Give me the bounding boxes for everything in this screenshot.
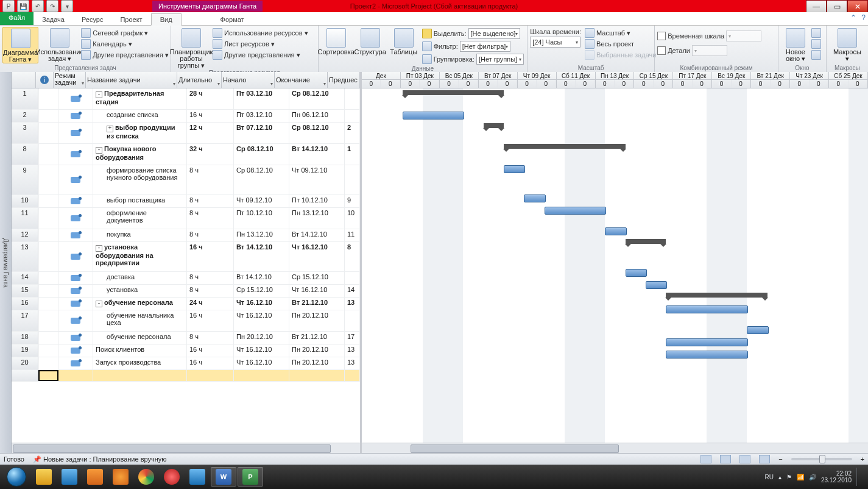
taskbar-firefox[interactable] bbox=[108, 468, 133, 486]
tray-up-icon[interactable]: ▴ bbox=[778, 474, 782, 480]
gantt-task-bar[interactable] bbox=[605, 227, 626, 235]
taskbar-chrome[interactable] bbox=[134, 468, 158, 486]
view-shortcut-usage-icon[interactable] bbox=[720, 455, 731, 463]
gantt-task-bar[interactable] bbox=[524, 195, 545, 202]
zoom-button[interactable]: Масштаб ▾ bbox=[585, 28, 656, 38]
timeline-day[interactable]: Пт 17 Дек00 bbox=[673, 72, 712, 88]
timeline-day[interactable]: Чт 23 Дек00 bbox=[790, 72, 829, 88]
ribbon-minimize-icon[interactable]: ⌃ bbox=[850, 13, 856, 22]
gantt-task-bar[interactable] bbox=[747, 326, 768, 334]
task-hscrollbar[interactable] bbox=[12, 443, 360, 454]
tab-resource[interactable]: Ресурс bbox=[73, 14, 111, 25]
gantt-chart-button[interactable]: Диаграмма Ганта ▾ bbox=[2, 27, 38, 63]
other-task-views-button[interactable]: Другие представления ▾ bbox=[81, 50, 169, 60]
view-bar[interactable]: Диаграмма Ганта bbox=[0, 72, 12, 454]
view-shortcut-gantt-icon[interactable] bbox=[700, 455, 711, 463]
table-row[interactable]: 8-Покупка нового оборудования32 чСр 08.1… bbox=[12, 144, 360, 165]
header-info[interactable]: i bbox=[36, 72, 54, 88]
table-row[interactable]: 17обучение начальника цеха16 чЧт 16.12.1… bbox=[12, 310, 360, 332]
table-row[interactable]: 1-Предварительная стадия28 чПт 03.12.10С… bbox=[12, 88, 360, 110]
gantt-summary-bar[interactable] bbox=[504, 144, 626, 149]
gantt-chart-area[interactable] bbox=[362, 88, 868, 443]
tray-flag-icon[interactable]: ⚑ bbox=[786, 474, 792, 480]
timescale-combo[interactable]: [24] Часы▾ bbox=[530, 37, 580, 48]
tab-task[interactable]: Задача bbox=[34, 14, 73, 25]
undo-icon[interactable]: ↶ bbox=[32, 0, 44, 12]
header-predecessors[interactable]: Предшес bbox=[328, 72, 360, 88]
macros-button[interactable]: Макросы▾ bbox=[832, 27, 863, 62]
table-row[interactable]: 9формирование списка нужного оборудовани… bbox=[12, 165, 360, 195]
timeline-day[interactable]: Вс 19 Дек00 bbox=[712, 72, 751, 88]
details-checkbox[interactable] bbox=[657, 46, 666, 55]
timeline-day[interactable]: Чт 09 Дек00 bbox=[518, 72, 557, 88]
resource-sheet-button[interactable]: Лист ресурсов ▾ bbox=[213, 39, 308, 49]
other-resource-views-button[interactable]: Другие представления ▾ bbox=[213, 50, 308, 60]
outline-toggle-icon[interactable]: + bbox=[107, 126, 113, 132]
header-rownum[interactable] bbox=[12, 72, 36, 88]
timeline-day[interactable]: Вт 07 Дек00 bbox=[479, 72, 518, 88]
taskbar-app[interactable] bbox=[185, 468, 210, 486]
tab-format[interactable]: Формат bbox=[212, 14, 253, 25]
table-row[interactable]: 3+выбор продукции из списка12 чВт 07.12.… bbox=[12, 123, 360, 144]
tray-clock[interactable]: 22:02 23.12.2010 bbox=[821, 470, 852, 484]
arrange-icon[interactable] bbox=[811, 39, 821, 49]
sort-button[interactable]: Сортировка bbox=[321, 27, 351, 55]
resource-usage-button[interactable]: Использование ресурсов ▾ bbox=[213, 28, 308, 38]
table-row[interactable]: 18обучение персонала8 чПн 20.12.10Вт 21.… bbox=[12, 332, 360, 344]
table-row[interactable] bbox=[12, 370, 360, 382]
timeline-checkbox[interactable] bbox=[657, 32, 666, 40]
table-row[interactable]: 20Запуск производства16 чЧт 16.12.10Пн 2… bbox=[12, 357, 360, 370]
filter-combo[interactable]: [Нет фильтра]▾ bbox=[460, 41, 511, 52]
tab-file[interactable]: Файл bbox=[0, 12, 34, 25]
tab-project[interactable]: Проект bbox=[111, 14, 150, 25]
table-row[interactable]: 2создание списка16 чПт 03.12.10Пн 06.12.… bbox=[12, 110, 360, 123]
taskbar-ie[interactable] bbox=[57, 468, 82, 486]
table-row[interactable]: 12покупка8 чПн 13.12.10Вт 14.12.1011 bbox=[12, 229, 360, 242]
table-row[interactable]: 15установка8 чСр 15.12.10Чт 16.12.1014 bbox=[12, 285, 360, 298]
new-window-button[interactable]: Новоеокно ▾ bbox=[783, 27, 808, 62]
zoom-slider[interactable] bbox=[791, 458, 852, 460]
timeline-day[interactable]: Сб 25 Дек00 bbox=[829, 72, 868, 88]
gantt-task-bar[interactable] bbox=[545, 207, 607, 215]
save-icon[interactable]: 💾 bbox=[17, 0, 29, 12]
taskbar-word[interactable]: W bbox=[211, 467, 236, 487]
network-diagram-button[interactable]: Сетевой график ▾ bbox=[81, 28, 169, 38]
switch-windows-icon[interactable] bbox=[811, 28, 821, 38]
gantt-task-bar[interactable] bbox=[646, 281, 667, 289]
taskbar-media[interactable] bbox=[83, 468, 107, 486]
outline-toggle-icon[interactable]: - bbox=[96, 245, 102, 252]
tray-lang[interactable]: RU bbox=[764, 474, 773, 480]
zoom-in-button[interactable]: + bbox=[861, 455, 864, 463]
show-desktop-button[interactable] bbox=[856, 468, 862, 486]
maximize-button[interactable]: ▭ bbox=[827, 0, 847, 13]
header-duration[interactable]: Длительно▾ bbox=[177, 72, 222, 88]
taskbar-opera[interactable] bbox=[160, 468, 184, 486]
timeline-day[interactable]: Вс 05 Дек00 bbox=[440, 72, 479, 88]
gantt-summary-bar[interactable] bbox=[666, 293, 767, 298]
header-finish[interactable]: Окончание▾ bbox=[275, 72, 328, 88]
timeline-day[interactable]: Пн 13 Дек00 bbox=[596, 72, 635, 88]
table-row[interactable]: 16-обучение персонала24 чЧт 16.12.10Вт 2… bbox=[12, 298, 360, 310]
app-icon[interactable]: P bbox=[2, 0, 15, 12]
timeline-day[interactable]: Вт 21 Дек00 bbox=[751, 72, 790, 88]
help-icon[interactable]: ? bbox=[861, 13, 866, 22]
view-shortcut-sheet-icon[interactable] bbox=[759, 455, 770, 463]
timeline-day[interactable]: Дек00 bbox=[362, 72, 401, 88]
gantt-task-bar[interactable] bbox=[666, 305, 748, 313]
gantt-task-bar[interactable] bbox=[666, 338, 748, 346]
minimize-button[interactable]: — bbox=[806, 0, 827, 13]
calendar-button[interactable]: Календарь ▾ bbox=[81, 39, 169, 49]
timeline-day[interactable]: Пт 03 Дек00 bbox=[401, 72, 440, 88]
highlight-combo[interactable]: [Не выделено]▾ bbox=[468, 28, 521, 39]
hide-icon[interactable] bbox=[811, 50, 821, 60]
task-usage-button[interactable]: Использование задач ▾ bbox=[42, 27, 77, 62]
table-row[interactable]: 19Поиск клиентов16 чЧт 16.12.10Пн 20.12.… bbox=[12, 344, 360, 357]
group-combo[interactable]: [Нет группы]▾ bbox=[476, 54, 524, 65]
gantt-task-bar[interactable] bbox=[626, 269, 647, 277]
view-shortcut-team-icon[interactable] bbox=[739, 455, 750, 463]
team-planner-button[interactable]: Планировщик работы группы ▾ bbox=[174, 27, 209, 69]
taskbar-project[interactable]: P bbox=[238, 467, 263, 487]
tab-view[interactable]: Вид bbox=[151, 13, 182, 26]
outline-toggle-icon[interactable]: - bbox=[96, 91, 102, 98]
gantt-summary-bar[interactable] bbox=[484, 123, 504, 128]
